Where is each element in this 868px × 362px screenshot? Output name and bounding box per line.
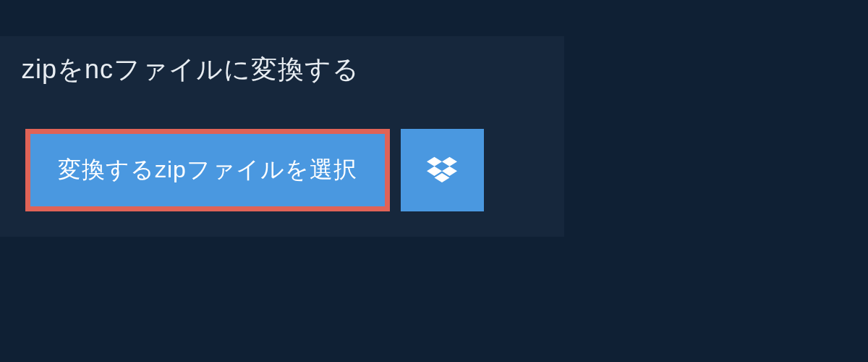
page-title: zipをncファイルに変換する [22,52,405,88]
dropbox-icon [427,155,457,185]
select-file-label: 変換するzipファイルを選択 [58,156,357,182]
svg-marker-0 [427,157,442,167]
button-row: 変換するzipファイルを選択 [0,104,564,211]
dropbox-button[interactable] [401,129,484,211]
svg-marker-1 [442,157,457,167]
svg-marker-3 [442,167,457,176]
svg-marker-2 [427,167,442,176]
select-file-button[interactable]: 変換するzipファイルを選択 [25,129,390,211]
converter-panel: zipをncファイルに変換する 変換するzipファイルを選択 [0,36,564,237]
title-bar: zipをncファイルに変換する [0,36,427,104]
svg-marker-4 [435,173,450,182]
